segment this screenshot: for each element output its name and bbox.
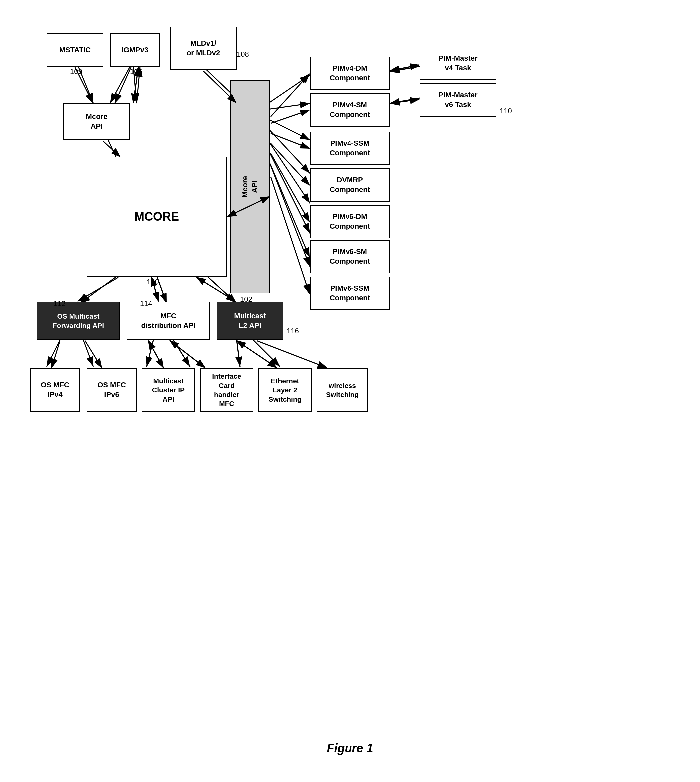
mcore-id: 100 — [147, 278, 159, 286]
svg-line-66 — [237, 341, 277, 368]
svg-line-52 — [390, 99, 419, 104]
svg-line-57 — [197, 277, 235, 301]
svg-line-25 — [83, 340, 93, 367]
svg-line-15 — [263, 147, 310, 267]
svg-line-54 — [78, 277, 118, 301]
dvmrp-label: DVMRP Component — [330, 175, 370, 194]
pimv6-sm-label: PIMv6-SM Component — [330, 247, 370, 266]
svg-line-14 — [263, 140, 310, 233]
svg-line-30 — [237, 340, 240, 367]
svg-line-42 — [270, 110, 309, 123]
mstatic-label: MSTATIC — [59, 45, 91, 55]
igmpv3-label: IGMPv3 — [122, 45, 148, 55]
pim-master-v6-box: PIM-Master v6 Task — [420, 84, 497, 117]
svg-line-41 — [270, 74, 309, 117]
svg-line-58 — [197, 277, 235, 301]
wireless-switching-box: wireless Switching — [317, 368, 368, 412]
dvmrp-box: DVMRP Component — [310, 168, 390, 202]
svg-line-51 — [390, 65, 419, 71]
pimv6-sm-box: PIMv6-SM Component — [310, 240, 390, 273]
multicast-l2-box: Multicast L2 API — [217, 302, 283, 340]
svg-line-46 — [270, 165, 309, 257]
wireless-switching-label: wireless Switching — [326, 381, 359, 399]
mcore-api-right-label: Mcore API — [240, 176, 259, 198]
pimv6-dm-label: PIMv6-DM Component — [330, 212, 370, 231]
svg-line-47 — [270, 177, 309, 293]
svg-line-67 — [257, 341, 327, 368]
pimv4-sm-box: PIMv4-SM Component — [310, 94, 390, 127]
mfc-dist-box: MFC distribution API — [127, 302, 210, 340]
pimv6-ssm-box: PIMv6-SSM Component — [310, 277, 390, 310]
svg-line-36 — [115, 67, 131, 103]
svg-line-45 — [270, 153, 309, 222]
mldv1-id: 108 — [237, 50, 249, 58]
mldv1-label: MLDv1/ or MLDv2 — [187, 38, 220, 58]
interface-card-box: Interface Card handler MFC — [200, 368, 253, 412]
svg-line-32 — [253, 340, 280, 367]
mcore-api-left-box: Mcore API — [63, 104, 130, 140]
svg-line-63 — [170, 341, 205, 368]
os-mfc-ipv4-box: OS MFC IPv4 — [30, 368, 80, 412]
svg-line-60 — [85, 341, 102, 368]
svg-line-13 — [263, 133, 310, 203]
svg-line-28 — [173, 340, 190, 367]
mcore-api-right-box: Mcore API — [230, 80, 270, 293]
svg-line-65 — [237, 341, 277, 368]
pim-master-v6-id: 110 — [500, 107, 512, 115]
multicast-cluster-box: Multicast Cluster IP API — [142, 368, 195, 412]
svg-line-50 — [390, 65, 419, 71]
svg-line-62 — [148, 341, 163, 368]
svg-line-3 — [110, 67, 130, 104]
svg-line-12 — [263, 123, 310, 173]
svg-line-24 — [47, 340, 60, 367]
pimv4-ssm-label: PIMv4-SSM Component — [330, 139, 370, 158]
svg-line-27 — [147, 340, 153, 367]
os-mfc-ipv6-label: OS MFC IPv6 — [97, 380, 126, 399]
svg-line-11 — [263, 117, 310, 140]
svg-line-43 — [270, 133, 309, 148]
mfc-dist-label: MFC distribution API — [141, 311, 195, 330]
pimv6-dm-box: PIMv6-DM Component — [310, 205, 390, 238]
pimv6-ssm-label: PIMv6-SSM Component — [330, 284, 370, 302]
mcore-api-left-label: Mcore API — [86, 112, 108, 131]
svg-line-29 — [173, 340, 190, 367]
svg-line-31 — [237, 340, 240, 367]
svg-line-53 — [390, 99, 419, 104]
pim-master-v4-label: PIM-Master v4 Task — [438, 53, 477, 73]
pim-master-v6-label: PIM-Master v6 Task — [438, 90, 477, 109]
diagram-container: MSTATIC 109 IGMPv3 106 MLDv1/ or MLDv2 1… — [20, 13, 673, 713]
mstatic-box: MSTATIC — [47, 33, 103, 67]
igmpv3-id: 106 — [130, 67, 142, 76]
pimv4-ssm-box: PIMv4-SSM Component — [310, 132, 390, 165]
svg-line-59 — [52, 341, 60, 368]
svg-line-64 — [170, 341, 205, 368]
igmpv3-box: IGMPv3 — [110, 33, 160, 67]
ethernet-layer2-label: Ethernet Layer 2 Switching — [268, 376, 301, 404]
mfc-dist-id: 114 — [140, 299, 152, 308]
interface-card-label: Interface Card handler MFC — [212, 372, 241, 408]
pimv4-sm-label: PIMv4-SM Component — [330, 100, 370, 119]
pimv4-dm-box: PIMv4-DM Component — [310, 57, 390, 90]
multicast-l2-id: 116 — [287, 327, 299, 335]
svg-line-9 — [263, 104, 310, 110]
pim-master-v4-box: PIM-Master v4 Task — [420, 47, 497, 80]
mstatic-id: 109 — [70, 67, 82, 76]
svg-line-26 — [147, 340, 153, 367]
svg-line-8 — [263, 75, 310, 107]
os-multicast-label: OS Multicast Forwarding API — [53, 312, 104, 330]
svg-line-61 — [148, 341, 163, 368]
os-multicast-id: 112 — [53, 299, 66, 308]
os-multicast-box: OS Multicast Forwarding API — [37, 302, 120, 340]
svg-line-44 — [270, 143, 309, 185]
svg-line-40 — [103, 141, 120, 157]
multicast-cluster-label: Multicast Cluster IP API — [152, 376, 185, 404]
os-mfc-ipv4-label: OS MFC IPv4 — [41, 380, 69, 399]
ethernet-layer2-box: Ethernet Layer 2 Switching — [258, 368, 312, 412]
mldv1-box: MLDv1/ or MLDv2 — [170, 27, 237, 70]
os-mfc-ipv6-box: OS MFC IPv6 — [87, 368, 137, 412]
figure-caption: Figure 1 — [327, 741, 373, 755]
mcore-label: MCORE — [134, 209, 179, 225]
mcore-box: MCORE — [87, 157, 227, 277]
multicast-l2-label: Multicast L2 API — [234, 311, 265, 330]
pimv4-dm-label: PIMv4-DM Component — [330, 63, 370, 83]
